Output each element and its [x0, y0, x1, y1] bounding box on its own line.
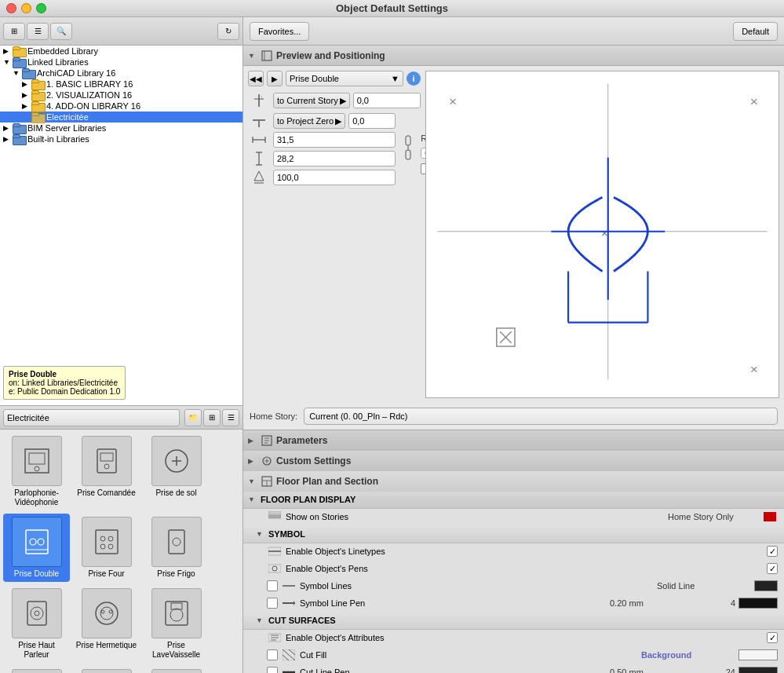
project-zero-icon — [248, 113, 270, 129]
window-controls[interactable] — [6, 3, 46, 13]
item-icon — [82, 669, 132, 673]
info-button[interactable]: i — [407, 71, 421, 86]
current-story-input[interactable] — [353, 93, 421, 108]
custom-toggle[interactable]: ▶ — [248, 457, 257, 465]
show-stories-btn[interactable] — [762, 511, 778, 522]
floor-toggle[interactable]: ▼ — [248, 477, 257, 485]
library-tree: ▶ Embedded Library ▼ Linked Libraries ▼ … — [0, 46, 242, 406]
tree-item-linked[interactable]: ▼ Linked Libraries — [0, 57, 242, 68]
enable-linetypes-check[interactable]: ✓ — [767, 546, 778, 557]
search-button[interactable]: 🔍 — [50, 23, 72, 40]
grid-item-microonde[interactable]: Prise Micro Onde — [73, 666, 140, 673]
show-stories-label: Show on Stories — [286, 512, 668, 521]
symbol-line-swatch[interactable] — [754, 580, 778, 591]
params-toggle[interactable]: ▶ — [248, 437, 257, 444]
maximize-button[interactable] — [36, 3, 46, 13]
bottom-toolbar: Electricitée 📁 ⊞ ☰ — [0, 406, 242, 430]
grid-item-double[interactable]: Prise Double — [3, 514, 70, 582]
enable-attributes-label: Enable Object's Attributes — [286, 633, 767, 642]
default-button[interactable]: Default — [733, 22, 778, 41]
svg-line-102 — [289, 649, 295, 655]
grid-view-button[interactable]: ⊞ — [3, 23, 25, 40]
tree-item-viz[interactable]: ▶ 2. VISUALIZATION 16 — [0, 90, 242, 101]
elevation-icon — [248, 170, 270, 185]
to-project-zero-dropdown[interactable]: to Project Zero ▶ — [273, 113, 345, 129]
home-story-select[interactable]: Current (0. 00_Pln – Rdc) — [304, 408, 778, 425]
cut-fill-checkbox[interactable] — [267, 649, 278, 660]
tree-arrow: ▶ — [22, 91, 31, 99]
chain-icon[interactable] — [402, 132, 414, 163]
floor-icon — [261, 475, 273, 488]
list-btn[interactable]: ☰ — [222, 409, 239, 426]
tree-item-archicad[interactable]: ▼ ArchiCAD Library 16 — [0, 68, 242, 79]
grid-item-parlophonie[interactable]: Parlophonie-Vidéophonie — [3, 433, 70, 510]
grid-item-machine[interactable]: Prise Machine à Laver — [3, 666, 70, 673]
grid-item-hautparleur[interactable]: Prise Haut Parleur — [3, 585, 70, 663]
enable-pens-check[interactable]: ✓ — [767, 563, 778, 574]
tree-label: Linked Libraries — [27, 57, 89, 67]
elevation-input[interactable] — [273, 170, 396, 185]
folder-icon-blue — [13, 123, 25, 133]
project-zero-input[interactable] — [348, 113, 396, 129]
item-icon — [151, 588, 202, 638]
grid-item-hermetique[interactable]: Prise Hermetique — [73, 585, 140, 663]
object-name-dropdown[interactable]: Prise Double ▼ — [286, 71, 403, 86]
grid-item-lavevaisselle[interactable]: Prise LaveVaisselle — [143, 585, 210, 663]
params-icon — [261, 434, 273, 447]
refresh-button[interactable]: ↻ — [217, 23, 239, 40]
cut-line-pen-checkbox[interactable] — [267, 667, 278, 673]
dropdown-arrow: ▼ — [391, 74, 399, 83]
grid-item-frigo[interactable]: Prise Frigo — [143, 514, 210, 582]
display-toggle[interactable]: ▼ — [248, 496, 257, 503]
svg-point-17 — [108, 544, 113, 549]
symbol-toggle[interactable]: ▼ — [256, 530, 265, 538]
tree-item-builtin[interactable]: ▶ Built-in Libraries — [0, 134, 242, 144]
show-on-stories-row: Show on Stories Home Story Only — [243, 509, 784, 526]
svg-point-15 — [108, 536, 113, 541]
item-label: Prise Double — [14, 569, 59, 579]
grid-item-sol[interactable]: Prise de sol — [143, 433, 210, 510]
tooltip-line2: e: Public Domain Dedication 1.0 — [9, 387, 120, 396]
height-icon — [248, 151, 270, 166]
item-icon — [151, 517, 202, 567]
home-story-label: Home Story: — [250, 411, 297, 421]
symbol-pen-checkbox[interactable] — [267, 598, 278, 609]
tree-item-electricitee[interactable]: Electricitée — [0, 112, 242, 123]
folder-btn[interactable]: 📁 — [184, 409, 202, 426]
minimize-button[interactable] — [21, 3, 31, 13]
grid-item-four[interactable]: Prise Four — [73, 514, 140, 582]
grid-btn[interactable]: ⊞ — [203, 409, 221, 426]
enable-attributes-check[interactable]: ✓ — [767, 632, 778, 643]
symbol-pen-swatch[interactable] — [738, 598, 778, 609]
item-label: Prise Four — [88, 569, 124, 579]
grid-item-commandee[interactable]: Prise Comandée — [73, 433, 140, 510]
tree-item-basic[interactable]: ▶ 1. BASIC LIBRARY 16 — [0, 79, 242, 90]
svg-point-10 — [30, 539, 36, 545]
symbol-category: ▼ SYMBOL — [243, 526, 784, 543]
floor-plan-section-header: ▼ Floor Plan and Section — [243, 471, 784, 492]
favorites-button[interactable]: Favorites... — [250, 22, 309, 41]
tree-arrow: ▶ — [3, 47, 13, 55]
close-button[interactable] — [6, 3, 16, 13]
svg-rect-56 — [406, 150, 410, 159]
tree-item-addon[interactable]: ▶ 4. ADD-ON LIBRARY 16 — [0, 101, 242, 112]
cut-line-pen-swatch[interactable] — [738, 667, 778, 673]
list-view-button[interactable]: ☰ — [27, 23, 49, 40]
enable-pens-row: Enable Object's Pens ✓ — [243, 561, 784, 578]
next-button[interactable]: ▶ — [267, 71, 283, 86]
svg-point-23 — [96, 602, 118, 624]
symbol-lines-checkbox[interactable] — [267, 580, 278, 591]
category-select[interactable]: Electricitée — [3, 409, 180, 426]
cut-fill-swatch[interactable] — [738, 649, 778, 660]
cut-toggle[interactable]: ▼ — [256, 616, 265, 624]
to-current-story-dropdown[interactable]: to Current Story ▶ — [273, 93, 350, 108]
preview-toggle[interactable]: ▼ — [248, 52, 257, 60]
width-input[interactable] — [273, 132, 396, 148]
height-input[interactable] — [273, 151, 396, 166]
tree-item-embedded[interactable]: ▶ Embedded Library — [0, 46, 242, 57]
grid-item-reseau[interactable]: Prise réseau — [143, 666, 210, 673]
tree-item-bim[interactable]: ▶ BIM Server Libraries — [0, 123, 242, 134]
prev-button[interactable]: ◀◀ — [248, 71, 264, 86]
tree-arrow: ▶ — [22, 102, 31, 110]
left-toolbar: ⊞ ☰ 🔍 ↻ — [0, 17, 242, 46]
